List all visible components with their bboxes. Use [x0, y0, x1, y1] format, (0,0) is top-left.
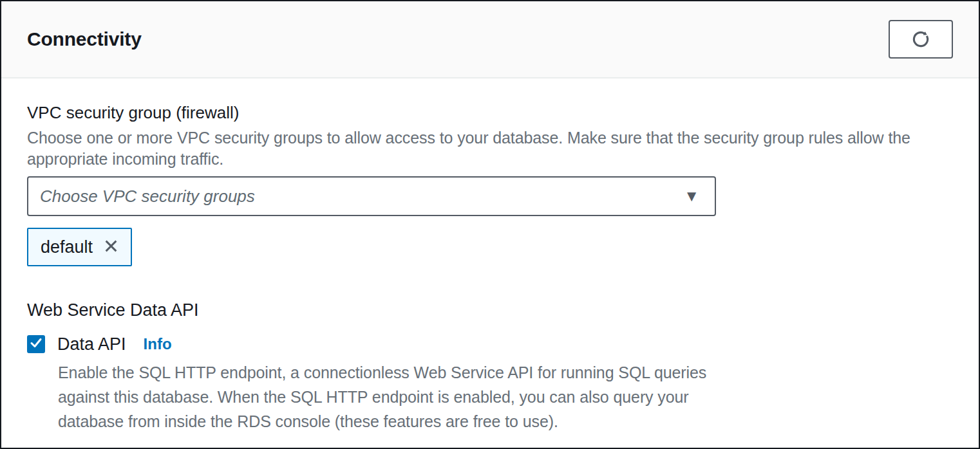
checkmark-icon	[28, 335, 44, 353]
panel-body: VPC security group (firewall) Choose one…	[1, 78, 979, 434]
page-title: Connectivity	[27, 28, 142, 50]
token-dismiss-button[interactable]	[102, 237, 120, 257]
data-api-checkbox-label[interactable]: Data API	[57, 334, 126, 354]
data-api-checkbox[interactable]	[27, 335, 45, 353]
vpc-security-group-label: VPC security group (firewall)	[27, 102, 953, 124]
info-link[interactable]: Info	[144, 335, 172, 353]
refresh-button[interactable]	[889, 20, 953, 59]
chevron-down-icon: ▼	[684, 188, 699, 204]
vpc-security-group-description: Choose one or more VPC security groups t…	[27, 127, 953, 170]
refresh-icon	[910, 28, 932, 50]
connectivity-panel: Connectivity VPC security group (firewal…	[0, 0, 980, 449]
panel-header: Connectivity	[1, 1, 979, 78]
data-api-checkbox-row: Data API Info	[27, 333, 953, 355]
web-service-data-api-heading: Web Service Data API	[27, 298, 953, 322]
select-placeholder: Choose VPC security groups	[40, 187, 684, 206]
security-group-token-default: default	[27, 228, 132, 266]
vpc-security-group-field: VPC security group (firewall) Choose one…	[27, 102, 953, 266]
token-label: default	[41, 237, 93, 257]
data-api-section: Web Service Data API Data API Info Enabl…	[27, 298, 953, 434]
data-api-description: Enable the SQL HTTP endpoint, a connecti…	[58, 360, 740, 434]
vpc-security-group-select[interactable]: Choose VPC security groups ▼	[27, 176, 716, 216]
close-icon	[102, 237, 120, 257]
